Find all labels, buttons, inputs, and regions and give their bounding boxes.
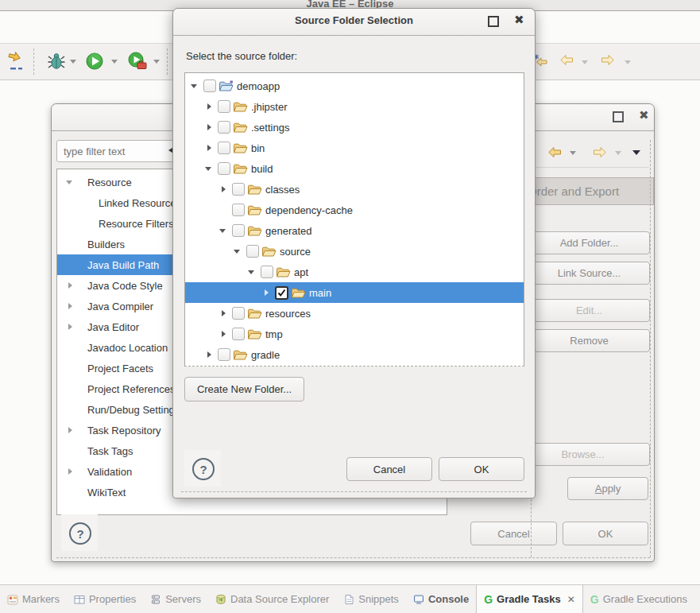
tree-row[interactable]: build [185, 158, 524, 179]
tree-row[interactable]: apt [185, 262, 524, 282]
expander-collapsed-icon[interactable] [65, 467, 75, 477]
help-icon[interactable]: ? [69, 522, 91, 545]
expander-expanded-icon[interactable] [190, 81, 199, 91]
expander-expanded-icon[interactable] [219, 226, 228, 236]
expander-expanded-icon[interactable] [233, 246, 242, 257]
expander-collapsed-icon[interactable] [204, 350, 214, 360]
back-dropdown-icon[interactable] [582, 60, 588, 64]
tree-row[interactable]: gradle [185, 344, 524, 365]
add-folder-button[interactable]: Add Folder... [528, 231, 650, 254]
tree-item-label: classes [265, 184, 300, 196]
ok-button[interactable]: OK [563, 522, 648, 545]
expander-collapsed-icon[interactable] [204, 102, 214, 112]
checkbox[interactable] [203, 80, 216, 92]
checkbox[interactable] [232, 224, 245, 237]
navigate-to-source-icon[interactable] [6, 50, 29, 75]
run-icon[interactable] [84, 51, 105, 74]
link-source-button[interactable]: Link Source... [528, 262, 650, 285]
expander-collapsed-icon[interactable] [65, 281, 75, 291]
forward-dropdown-icon[interactable] [615, 151, 621, 155]
checkbox[interactable] [218, 100, 230, 113]
tree-row[interactable]: main [185, 282, 524, 303]
tab-markers[interactable]: Markers [0, 585, 67, 613]
back-dropdown-icon[interactable] [570, 151, 576, 155]
create-new-folder-button[interactable]: Create New Folder... [184, 377, 304, 402]
divider [528, 167, 649, 168]
modal-titlebar[interactable]: Source Folder Selection ✖ [173, 9, 535, 36]
folder-icon [233, 142, 248, 154]
expander-collapsed-icon[interactable] [65, 322, 75, 332]
tree-row[interactable]: source [185, 241, 524, 262]
ok-button[interactable]: OK [439, 457, 524, 481]
tab-console[interactable]: Console [406, 585, 476, 613]
data-source-explorer-icon [215, 594, 226, 605]
tree-row[interactable]: bin [185, 138, 524, 158]
forward-dropdown-icon[interactable] [625, 60, 631, 64]
checkbox[interactable] [218, 348, 230, 361]
close-icon[interactable]: ✖ [514, 13, 524, 27]
tree-row[interactable]: classes [185, 179, 524, 200]
run-external-tools-icon[interactable] [127, 51, 149, 74]
maximize-icon[interactable] [488, 16, 499, 27]
checkbox[interactable] [261, 266, 273, 278]
expander-expanded-icon[interactable] [247, 267, 257, 277]
last-edit-location-icon[interactable] [533, 53, 549, 72]
tab-properties[interactable]: Properties [67, 585, 143, 613]
expander-collapsed-icon[interactable] [204, 122, 214, 133]
expander-collapsed-icon[interactable] [261, 288, 271, 298]
tree-item-label: gradle [251, 349, 280, 361]
view-menu-icon[interactable] [632, 150, 640, 155]
debug-dropdown-icon[interactable] [70, 60, 76, 64]
tab-servers[interactable]: Servers [143, 585, 208, 613]
tab-data-source-explorer[interactable]: Data Source Explorer [208, 585, 336, 613]
close-tab-icon[interactable]: ✕ [567, 594, 575, 605]
apply-button[interactable]: Apply [567, 477, 648, 500]
tree-row[interactable]: dependency-cache [185, 200, 524, 220]
checkbox[interactable] [218, 121, 230, 134]
forward-icon[interactable] [600, 53, 615, 70]
tree-row[interactable]: generated [185, 220, 524, 241]
run-dropdown-icon[interactable] [111, 60, 118, 64]
expander-collapsed-icon[interactable] [219, 184, 228, 195]
checkbox[interactable] [232, 307, 245, 320]
tab-gradle-tasks[interactable]: GGradle Tasks✕ [476, 585, 583, 613]
tree-item-label: dependency-cache [265, 204, 353, 216]
close-icon[interactable]: ✖ [639, 108, 649, 122]
expander-collapsed-icon[interactable] [204, 143, 214, 153]
checkbox[interactable] [232, 183, 245, 196]
properties-icon [74, 594, 85, 605]
checkbox[interactable] [232, 328, 245, 340]
tab-gradle-executions[interactable]: GGradle Executions [583, 585, 694, 613]
cancel-button[interactable]: Cancel [346, 457, 432, 481]
help-icon[interactable]: ? [192, 458, 215, 480]
folder-icon [247, 328, 262, 340]
tree-row[interactable]: tmp [185, 324, 524, 344]
back-icon[interactable] [547, 145, 563, 162]
expander-expanded-icon[interactable] [65, 177, 75, 188]
tree-row[interactable]: demoapp [185, 76, 524, 96]
tree-item-label: build [251, 163, 273, 175]
expander-collapsed-icon[interactable] [219, 308, 228, 319]
expander-collapsed-icon[interactable] [65, 425, 75, 436]
checkbox[interactable] [246, 245, 259, 258]
forward-icon[interactable] [592, 145, 607, 162]
remove-button[interactable]: Remove [528, 329, 650, 352]
cancel-button[interactable]: Cancel [470, 522, 557, 545]
tree-row[interactable]: .jhipster [185, 96, 524, 117]
back-icon[interactable] [559, 53, 574, 70]
debug-icon[interactable] [46, 51, 67, 74]
run-external-dropdown-icon[interactable] [153, 60, 160, 64]
expander-collapsed-icon[interactable] [65, 301, 75, 312]
expander-collapsed-icon[interactable] [219, 329, 228, 339]
tab-snippets[interactable]: Snippets [336, 585, 406, 613]
tree-row[interactable]: .settings [185, 117, 524, 138]
maximize-icon[interactable] [613, 111, 624, 122]
toolbar-separator [167, 48, 168, 75]
checkbox[interactable] [218, 162, 230, 175]
tree-item-label: generated [265, 225, 312, 237]
expander-expanded-icon[interactable] [204, 164, 214, 174]
checkbox-checked[interactable] [275, 286, 288, 300]
checkbox[interactable] [218, 142, 230, 154]
tree-row[interactable]: resources [185, 303, 524, 324]
checkbox[interactable] [232, 204, 245, 216]
